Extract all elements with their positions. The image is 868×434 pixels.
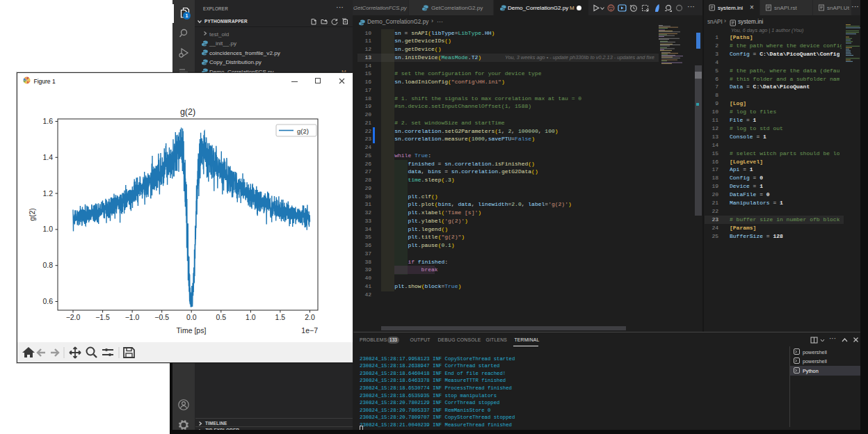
svg-text:−0.5: −0.5 — [154, 313, 169, 321]
svg-text:−1.0: −1.0 — [125, 313, 140, 321]
svg-text:Time [ps]: Time [ps] — [177, 326, 207, 335]
svg-text:0.8: 0.8 — [42, 261, 53, 269]
svg-text:1.2: 1.2 — [42, 189, 53, 198]
svg-text:1.0: 1.0 — [42, 225, 53, 233]
svg-text:2.0: 2.0 — [305, 313, 315, 321]
svg-text:−1.5: −1.5 — [95, 313, 110, 321]
svg-text:0.5: 0.5 — [216, 313, 226, 321]
svg-text:g(2): g(2) — [28, 208, 36, 221]
svg-text:−2.0: −2.0 — [66, 313, 81, 321]
svg-text:1e−7: 1e−7 — [301, 326, 318, 335]
svg-text:1.0: 1.0 — [246, 313, 256, 321]
svg-text:1.5: 1.5 — [275, 313, 286, 321]
svg-text:g(2): g(2) — [180, 107, 195, 117]
svg-text:0.0: 0.0 — [186, 313, 197, 321]
svg-text:g(2): g(2) — [297, 127, 309, 135]
svg-text:1.6: 1.6 — [42, 117, 53, 125]
svg-text:1.4: 1.4 — [42, 153, 53, 161]
svg-text:0.6: 0.6 — [42, 297, 53, 305]
